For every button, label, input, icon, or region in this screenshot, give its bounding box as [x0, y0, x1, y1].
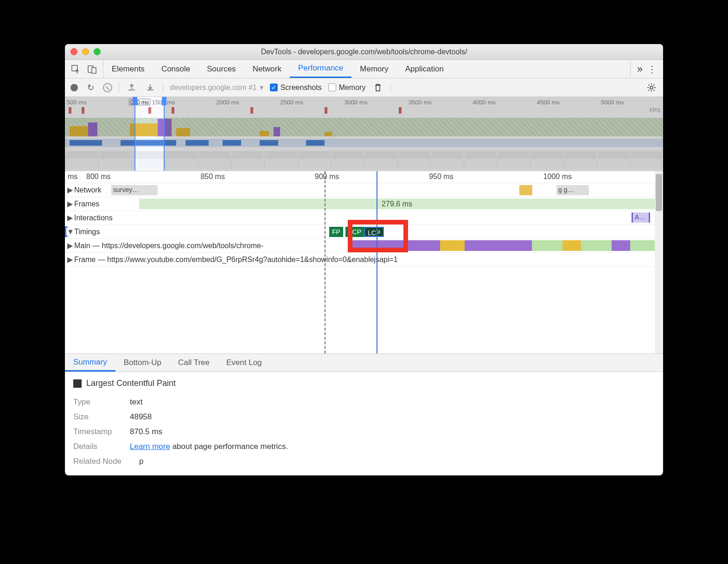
main-tick: 900 ms	[312, 171, 426, 183]
disclosure-triangle-icon[interactable]: ▶	[67, 241, 73, 250]
disclosure-triangle-icon[interactable]: ▶	[67, 199, 73, 208]
scrollbar-thumb[interactable]	[656, 174, 662, 211]
overview-timeline[interactable]: 500 ms 000 ms 1500 ms 2000 ms 2500 ms 30…	[65, 97, 663, 171]
main-tick: ms	[65, 171, 83, 183]
detail-tabs: Summary Bottom-Up Call Tree Event Log	[65, 353, 663, 372]
main-tick: 850 ms	[198, 171, 312, 183]
device-toggle-icon[interactable]	[86, 63, 98, 75]
track-network[interactable]: ▶ Network survey… g g…	[65, 183, 655, 197]
event-color-swatch	[73, 379, 82, 388]
track-frames-label: Frames	[74, 200, 99, 208]
main-tick: 1000 ms	[541, 171, 655, 183]
summary-panel: Largest Contentful Paint Typetext Size48…	[65, 372, 663, 475]
checkbox-checked-icon: ✓	[270, 83, 278, 91]
tab-application[interactable]: Application	[397, 60, 452, 78]
recording-selector-label: developers.google.com #1	[170, 83, 257, 92]
trash-icon[interactable]	[372, 82, 384, 94]
svg-rect-2	[92, 68, 96, 73]
track-frame-iframe[interactable]: ▶ Frame — https://www.youtube.com/embed/…	[65, 253, 655, 267]
frame-bar[interactable]: 279.6 ms	[139, 199, 655, 209]
perf-toolbar: ↻ developers.google.com #1 ▾ ✓ Screensho…	[65, 78, 663, 97]
track-interactions-label: Interactions	[74, 214, 113, 222]
tab-memory[interactable]: Memory	[351, 60, 396, 78]
summary-details-key: Details	[73, 442, 124, 451]
summary-timestamp-key: Timestamp	[73, 427, 124, 436]
screenshots-label: Screenshots	[281, 83, 322, 92]
network-item[interactable]: survey…	[111, 185, 158, 195]
record-button[interactable]	[70, 84, 78, 91]
summary-title: Largest Contentful Paint	[86, 378, 176, 388]
summary-size-key: Size	[73, 412, 124, 422]
disclosure-triangle-down-icon[interactable]: ▼	[67, 228, 73, 236]
dtab-summary[interactable]: Summary	[65, 354, 115, 372]
chevron-down-icon: ▾	[260, 83, 263, 92]
settings-kebab-icon[interactable]: ⋮	[647, 64, 657, 75]
panel-tabs: Elements Console Sources Network Perform…	[65, 60, 663, 78]
summary-type-val: text	[130, 397, 142, 407]
tab-sources[interactable]: Sources	[198, 60, 244, 78]
flamechart-area[interactable]: ms 800 ms 850 ms 900 ms 950 ms 1000 ms ▶…	[65, 171, 663, 353]
track-frame-iframe-label: Frame — https://www.youtube.com/embed/G_…	[74, 256, 401, 264]
summary-size-val: 48958	[130, 412, 152, 422]
main-tick: 800 ms	[83, 171, 198, 183]
window-title: DevTools - developers.google.com/web/too…	[65, 48, 663, 56]
track-frames[interactable]: ▶ Frames 279.6 ms	[65, 197, 655, 211]
playhead[interactable]	[377, 171, 377, 353]
track-network-label: Network	[74, 186, 102, 194]
flamechart-ruler: ms 800 ms 850 ms 900 ms 950 ms 1000 ms	[65, 171, 655, 183]
save-profile-icon[interactable]	[144, 82, 156, 94]
summary-type-key: Type	[73, 397, 124, 407]
selection-handle-right[interactable]	[162, 97, 166, 105]
tab-network[interactable]: Network	[244, 60, 290, 78]
track-main-label: Main — https://developers.google.com/web…	[74, 242, 266, 250]
checkbox-unchecked-icon	[328, 83, 336, 91]
dtab-event-log[interactable]: Event Log	[218, 354, 270, 372]
tab-console[interactable]: Console	[153, 60, 198, 78]
memory-checkbox[interactable]: Memory	[328, 83, 366, 92]
memory-label: Memory	[339, 83, 366, 92]
vertical-scrollbar[interactable]	[655, 171, 663, 353]
summary-related-key: Related Node	[73, 457, 134, 466]
tab-elements[interactable]: Elements	[103, 60, 153, 78]
screenshots-checkbox[interactable]: ✓ Screenshots	[270, 83, 322, 92]
more-tabs-icon[interactable]: »	[637, 63, 643, 75]
annotation-highlight-box	[348, 220, 408, 252]
tab-performance[interactable]: Performance	[290, 60, 351, 78]
network-item[interactable]: g g…	[556, 185, 589, 195]
interaction-item[interactable]: A…	[632, 212, 650, 223]
disclosure-triangle-icon[interactable]: ▶	[67, 186, 73, 194]
dtab-call-tree[interactable]: Call Tree	[170, 354, 218, 372]
reload-button[interactable]: ↻	[84, 82, 96, 94]
titlebar: DevTools - developers.google.com/web/too…	[65, 44, 663, 60]
summary-related-val: p	[139, 457, 143, 466]
hover-marker	[325, 171, 326, 353]
track-timings-label: Timings	[74, 228, 100, 236]
disclosure-triangle-icon[interactable]: ▶	[67, 213, 73, 222]
devtools-window: DevTools - developers.google.com/web/too…	[65, 44, 663, 475]
inspect-element-icon[interactable]	[70, 63, 82, 75]
summary-timestamp-val: 870.5 ms	[130, 427, 162, 436]
overview-selection[interactable]	[134, 97, 165, 171]
gear-icon[interactable]	[645, 82, 658, 94]
dtab-bottom-up[interactable]: Bottom-Up	[115, 354, 170, 372]
clear-button[interactable]	[103, 83, 112, 92]
main-tick: 950 ms	[426, 171, 540, 183]
load-profile-icon[interactable]	[126, 82, 138, 94]
learn-more-link[interactable]: Learn more	[130, 442, 170, 451]
summary-details-rest: about page performance metrics.	[170, 442, 288, 451]
network-item[interactable]	[519, 185, 532, 195]
recording-selector[interactable]: developers.google.com #1 ▾	[170, 83, 263, 92]
disclosure-triangle-icon[interactable]: ▶	[67, 255, 73, 264]
timing-fp-badge[interactable]: FP	[329, 227, 343, 237]
selection-handle-left[interactable]	[133, 97, 137, 105]
svg-point-3	[650, 86, 653, 89]
timings-bracket	[65, 226, 68, 237]
